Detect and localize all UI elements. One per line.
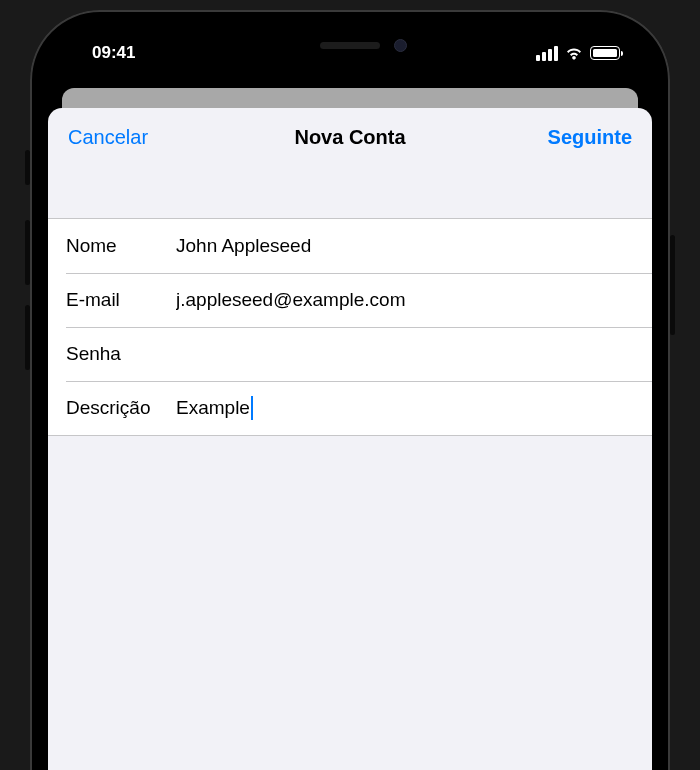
- name-input[interactable]: [176, 235, 634, 257]
- speaker-grille: [320, 42, 380, 49]
- wifi-icon: [564, 46, 584, 60]
- email-input[interactable]: [176, 289, 634, 311]
- description-value: Example: [176, 397, 250, 419]
- new-account-modal: Cancelar Nova Conta Seguinte Nome E-mail…: [48, 108, 652, 770]
- next-button[interactable]: Seguinte: [548, 126, 632, 149]
- cellular-signal-icon: [536, 46, 558, 61]
- email-row[interactable]: E-mail: [48, 273, 652, 327]
- notch: [245, 28, 455, 63]
- email-label: E-mail: [66, 289, 176, 311]
- screen: 09:41 Cancelar Nova: [48, 28, 652, 770]
- modal-header: Cancelar Nova Conta Seguinte: [48, 108, 652, 218]
- battery-icon: [590, 46, 620, 60]
- side-button: [25, 150, 30, 185]
- password-label: Senha: [66, 343, 176, 365]
- phone-frame: 09:41 Cancelar Nova: [30, 10, 670, 770]
- description-row[interactable]: Descrição Example: [48, 381, 652, 435]
- description-label: Descrição: [66, 397, 176, 419]
- side-button: [670, 235, 675, 335]
- name-row[interactable]: Nome: [48, 219, 652, 273]
- status-icons: [536, 46, 622, 61]
- description-input[interactable]: Example: [176, 396, 634, 420]
- side-button: [25, 220, 30, 285]
- cancel-button[interactable]: Cancelar: [68, 126, 148, 149]
- card-stack: Cancelar Nova Conta Seguinte Nome E-mail…: [48, 78, 652, 770]
- name-label: Nome: [66, 235, 176, 257]
- account-form: Nome E-mail Senha Descrição Exam: [48, 218, 652, 436]
- front-camera: [394, 39, 407, 52]
- side-button: [25, 305, 30, 370]
- text-cursor: [251, 396, 253, 420]
- status-time: 09:41: [78, 43, 135, 63]
- password-row[interactable]: Senha: [48, 327, 652, 381]
- password-input[interactable]: [176, 343, 634, 365]
